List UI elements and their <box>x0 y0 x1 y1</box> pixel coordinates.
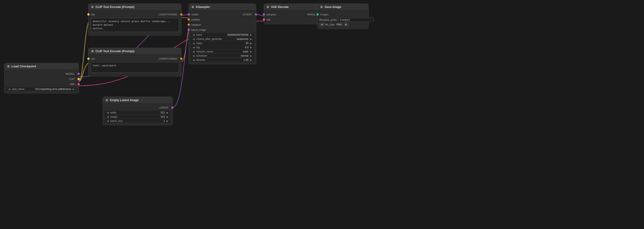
ksampler-header: KSampler <box>189 4 256 10</box>
clip-in-label: clip <box>91 13 95 16</box>
clip-port-label: CLIP <box>69 78 75 80</box>
negative-dot <box>188 23 190 26</box>
clip2-in-row: clip CONDITIONING <box>88 56 181 61</box>
cfg-label: cfg <box>196 46 243 49</box>
ckpt-name-param[interactable]: ◀ ckpt_name 512-inpainting-ema.safetenso… <box>6 87 77 91</box>
width-left-arrow[interactable]: ◀ <box>106 111 110 114</box>
sampler-left-arrow[interactable]: ◀ <box>192 50 195 53</box>
filetype-left-arrow[interactable]: ◀ <box>320 22 324 26</box>
sampler-right-arrow[interactable]: ▶ <box>250 50 253 53</box>
seed-label: seed <box>196 33 225 36</box>
empty-latent-body: LATENT ◀ width 512 ▶ ◀ height 512 ▶ ◀ ba… <box>103 103 172 125</box>
height-param[interactable]: ◀ height 512 ▶ <box>105 115 170 119</box>
steps-label: steps <box>196 42 244 44</box>
cfg-param[interactable]: ◀ cfg 8.0 ▶ <box>191 45 254 49</box>
image-out-label: IMAGE <box>307 13 316 16</box>
clip2-in-label: clip <box>91 57 95 60</box>
batch-value: 1 <box>164 120 165 122</box>
latent-ksampler-output[interactable]: LATENT <box>242 13 254 16</box>
seed-right-arrow[interactable]: ▶ <box>250 33 253 36</box>
clip-encode-2-text[interactable]: text, watermark <box>91 62 179 73</box>
clip-in-dot <box>87 13 90 16</box>
control-left-arrow[interactable]: ◀ <box>192 38 195 40</box>
conditioning2-output-port[interactable]: CONDITIONING <box>158 57 179 60</box>
latent-image-input-port[interactable]: latent_image <box>191 28 206 31</box>
negative-in-row: negative <box>189 22 256 27</box>
model-in-row: model LATENT <box>189 12 256 17</box>
clip-encode-2-header: CLIP Text Encode (Prompt) <box>88 48 181 54</box>
samples-dot <box>263 13 265 16</box>
positive-in-row: positive <box>189 17 256 22</box>
vae-decode-body: samples IMAGE vae <box>264 10 320 24</box>
model-input-port[interactable]: model <box>191 13 198 16</box>
ckpt-left-arrow[interactable]: ◀ <box>8 88 11 90</box>
width-param[interactable]: ◀ width 512 ▶ <box>105 111 170 114</box>
images-input-port[interactable]: images <box>320 13 328 16</box>
clip2-in-dot <box>87 57 90 60</box>
conditioning-output-port[interactable]: CONDITIONING <box>158 13 179 16</box>
clip-encode-1-header: CLIP Text Encode (Prompt) <box>88 4 181 10</box>
filename-prefix-input[interactable] <box>338 18 374 22</box>
node-vae-decode: VAE Decode samples IMAGE vae <box>264 3 320 24</box>
latent-image-in-row: latent_image <box>189 27 256 32</box>
control-after-param[interactable]: ◀ control_after_generate randomize ▶ <box>191 37 254 41</box>
batch-size-param[interactable]: ◀ batch_size 1 ▶ <box>105 119 170 123</box>
samples-label: samples <box>266 13 276 16</box>
height-right-arrow[interactable]: ▶ <box>166 116 169 118</box>
seed-param[interactable]: ◀ seed 156680208700286 ▶ <box>191 33 254 36</box>
seed-left-arrow[interactable]: ◀ <box>192 33 195 36</box>
denoise-left-arrow[interactable]: ◀ <box>192 59 195 61</box>
width-right-arrow[interactable]: ▶ <box>166 111 169 114</box>
steps-left-arrow[interactable]: ◀ <box>192 42 195 44</box>
clip-input-port[interactable]: clip <box>91 13 95 16</box>
model-port-label: MODEL <box>66 72 75 75</box>
steps-param[interactable]: ◀ steps 20 ▶ <box>191 41 254 45</box>
vae-input-port[interactable]: vae <box>266 18 271 21</box>
cfg-right-arrow[interactable]: ▶ <box>250 46 253 49</box>
model-output-port[interactable]: MODEL <box>66 72 76 75</box>
batch-right-arrow[interactable]: ▶ <box>166 120 169 122</box>
filetype-right-arrow[interactable]: ▶ <box>344 22 348 26</box>
denoise-right-arrow[interactable]: ▶ <box>250 59 253 61</box>
ckpt-right-arrow[interactable]: ▶ <box>72 88 75 90</box>
vae-decode-header: VAE Decode <box>264 4 320 10</box>
denoise-label: denoise <box>196 58 242 61</box>
latent-output-port[interactable]: LATENT <box>159 106 170 109</box>
clip-encode-2-body: clip CONDITIONING text, watermark <box>88 54 181 76</box>
sampler-label: sampler_name <box>196 50 241 53</box>
ckpt-value: 512-inpainting-ema.safetensors <box>35 88 71 90</box>
clip-in-row: clip CONDITIONING <box>88 12 181 17</box>
batch-left-arrow[interactable]: ◀ <box>106 120 110 122</box>
vae-port-label: VAE <box>70 83 75 85</box>
clip-encode-1-text[interactable]: beautiful scenery nature glass bottle la… <box>91 18 179 32</box>
scheduler-right-arrow[interactable]: ▶ <box>250 54 253 57</box>
control-right-arrow[interactable]: ▶ <box>250 38 253 40</box>
clip2-input-port[interactable]: clip <box>91 57 95 60</box>
ksampler-title: KSampler <box>196 5 253 9</box>
sampler-name-param[interactable]: ◀ sampler_name euler ▶ <box>191 50 254 53</box>
steps-right-arrow[interactable]: ▶ <box>250 42 253 44</box>
control-label: control_after_generate <box>196 37 235 40</box>
denoise-param[interactable]: ◀ denoise 1.00 ▶ <box>191 58 254 62</box>
samples-input-port[interactable]: samples <box>266 13 276 16</box>
node-empty-latent: Empty Latent Image LATENT ◀ width 512 ▶ … <box>103 97 173 125</box>
scheduler-param[interactable]: ◀ scheduler normal ▶ <box>191 54 254 57</box>
height-left-arrow[interactable]: ◀ <box>106 116 110 118</box>
cfg-value: 8.0 <box>245 46 248 49</box>
vae-output-port[interactable]: VAE <box>70 83 76 85</box>
node-status-dot <box>7 65 10 68</box>
width-value: 512 <box>161 111 165 114</box>
save-image-title: Save Image <box>324 5 366 9</box>
filetype-value: PNG <box>336 23 342 26</box>
empty-latent-title: Empty Latent Image <box>110 98 170 102</box>
scheduler-left-arrow[interactable]: ◀ <box>192 54 195 57</box>
cfg-left-arrow[interactable]: ◀ <box>192 46 195 49</box>
negative-input-port[interactable]: negative <box>191 23 201 26</box>
conditioning2-label: CONDITIONING <box>158 57 177 60</box>
load-checkpoint-body: MODEL CLIP VAE ◀ ckpt_name <box>4 69 79 93</box>
node-clip-encode-2: CLIP Text Encode (Prompt) clip CONDITION… <box>88 48 182 76</box>
image-output-port[interactable]: IMAGE <box>307 13 317 16</box>
positive-input-port[interactable]: positive <box>191 18 200 21</box>
scheduler-label: scheduler <box>196 54 239 57</box>
clip-output-port[interactable]: CLIP <box>69 78 76 80</box>
